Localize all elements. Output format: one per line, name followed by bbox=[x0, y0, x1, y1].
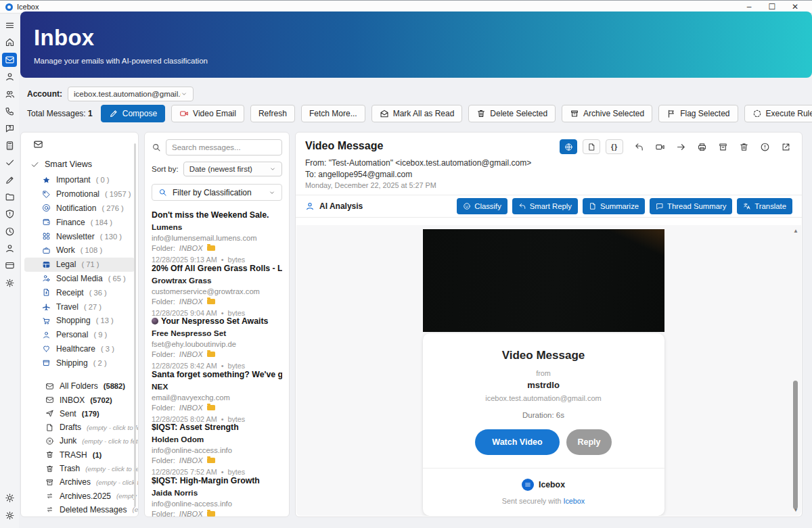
rail-item-calculator[interactable] bbox=[2, 139, 17, 153]
compose-button[interactable]: Compose bbox=[101, 105, 165, 122]
smart-view-newsletter[interactable]: Newsletter( 130 ) bbox=[24, 229, 135, 243]
translate-button[interactable]: Translate bbox=[737, 198, 792, 214]
rail-item-settings[interactable] bbox=[2, 276, 17, 290]
rail-item-compose[interactable] bbox=[2, 173, 17, 187]
rail-item-files[interactable] bbox=[2, 190, 17, 204]
video-icon bbox=[179, 109, 189, 118]
folder-sent[interactable]: Sent(179) bbox=[21, 407, 138, 421]
smart-view-shopping[interactable]: Shopping( 13 ) bbox=[24, 314, 135, 328]
rail-item-groups[interactable] bbox=[2, 87, 17, 101]
phone-icon bbox=[5, 106, 15, 116]
account-select[interactable]: icebox.test.automation@gmail.com bbox=[68, 87, 194, 101]
video-thumbnail[interactable] bbox=[423, 229, 664, 332]
smart-view-travel[interactable]: Travel( 27 ) bbox=[24, 299, 135, 314]
folder-junk[interactable]: Junk(empty - click to fetch) bbox=[21, 434, 138, 448]
rail-item-inbox[interactable] bbox=[2, 53, 17, 67]
folder-icon bbox=[207, 352, 215, 357]
rail-item-contacts[interactable] bbox=[2, 70, 17, 84]
search-input[interactable] bbox=[166, 139, 282, 155]
rail-item-payments[interactable] bbox=[2, 258, 17, 272]
smart-view-personal[interactable]: Personal( 9 ) bbox=[24, 328, 135, 342]
content-scrollbar[interactable]: ▲ ▼ bbox=[792, 226, 800, 514]
rail-item-tasks[interactable] bbox=[2, 155, 17, 170]
reply-icon[interactable] bbox=[634, 142, 644, 152]
rail-item-security[interactable] bbox=[2, 207, 17, 221]
toggle-view-html[interactable] bbox=[560, 139, 577, 154]
smart-views-header[interactable]: Smart Views bbox=[30, 160, 138, 169]
folder-archives-2025[interactable]: Archives.2025(empty - click to fetch) bbox=[21, 489, 138, 503]
email-list-item[interactable]: Santa forget something? We've got yoNEXe… bbox=[152, 370, 282, 423]
classify-button[interactable]: Classify bbox=[457, 198, 508, 214]
smart-view-shipping[interactable]: Shipping( 2 ) bbox=[24, 356, 135, 370]
email-list-item[interactable]: Don't miss the Weekend Sale.Lumensinfo@l… bbox=[152, 210, 282, 264]
smart-view-important[interactable]: Important( 0 ) bbox=[24, 173, 135, 187]
ai-analysis-bar: AI Analysis ClassifySmart ReplySummarize… bbox=[296, 195, 802, 218]
report-icon[interactable] bbox=[760, 142, 770, 152]
rail-item-theme-toggle[interactable] bbox=[2, 491, 17, 505]
account-select-value: icebox.test.automation@gmail.com bbox=[74, 90, 181, 98]
email-list-item[interactable]: Your Nespresso Set AwaitsFree Nespresso … bbox=[152, 316, 282, 370]
rail-item-profile[interactable] bbox=[2, 241, 17, 256]
rail-item-home[interactable] bbox=[2, 35, 17, 49]
mark-all-read-button[interactable]: Mark All as Read bbox=[371, 105, 463, 122]
email-list-item[interactable]: $IQST: High-Margin GrowthJaida Norrisinf… bbox=[152, 476, 282, 517]
rail-item-calls[interactable] bbox=[2, 104, 17, 118]
folder-inbox[interactable]: INBOX(5702) bbox=[21, 393, 138, 406]
smart-reply-button[interactable]: Smart Reply bbox=[512, 198, 578, 214]
icebox-link[interactable]: Icebox bbox=[563, 497, 585, 505]
smart-view-work[interactable]: Work( 108 ) bbox=[24, 243, 135, 258]
forward-icon[interactable] bbox=[676, 142, 686, 152]
scroll-down-icon[interactable]: ▼ bbox=[792, 507, 800, 513]
pencil-icon bbox=[109, 109, 118, 118]
doc-icon bbox=[45, 423, 54, 432]
scrollbar-thumb[interactable] bbox=[793, 381, 798, 509]
toggle-view-plain[interactable] bbox=[583, 139, 600, 154]
refresh-button[interactable]: Refresh bbox=[250, 105, 295, 122]
sort-select[interactable]: Date (newest first) bbox=[183, 162, 282, 176]
delete-selected-button[interactable]: Delete Selected bbox=[468, 105, 556, 122]
smart-view-promotional[interactable]: Promotional( 1957 ) bbox=[24, 187, 135, 201]
menu-icon bbox=[5, 20, 15, 30]
folder-trash-upper[interactable]: TRASH(1) bbox=[21, 448, 138, 462]
execute-rules-button[interactable]: Execute Rules bbox=[744, 105, 812, 122]
smart-view-legal[interactable]: Legal( 71 ) bbox=[24, 258, 135, 272]
rail-item-settings-bottom[interactable] bbox=[2, 508, 17, 523]
archive-icon[interactable] bbox=[718, 142, 728, 152]
scroll-up-icon[interactable]: ▲ bbox=[792, 228, 800, 234]
print-icon[interactable] bbox=[697, 142, 707, 152]
smart-view-healthcare[interactable]: Healthcare( 3 ) bbox=[24, 342, 135, 356]
fetch-more-button[interactable]: Fetch More... bbox=[301, 105, 365, 122]
gear-icon bbox=[5, 278, 15, 288]
rail-item-menu[interactable] bbox=[2, 18, 17, 32]
thread-summary-button[interactable]: Thread Summary bbox=[650, 198, 732, 214]
rail-item-history[interactable] bbox=[2, 224, 17, 239]
sync-icon bbox=[45, 505, 54, 514]
folder-all-folders[interactable]: All Folders(5882) bbox=[21, 379, 138, 393]
folder-deleted-messages[interactable]: Deleted Messages(empty - click to fetch) bbox=[21, 503, 138, 517]
rail-item-chat-help[interactable] bbox=[2, 121, 17, 135]
smart-view-social-media[interactable]: Social Media( 65 ) bbox=[24, 272, 135, 286]
email-list-item[interactable]: 20% Off All Green Grass Rolls - LimitedG… bbox=[152, 264, 282, 317]
smart-view-finance[interactable]: Finance( 184 ) bbox=[24, 215, 135, 229]
message-action-icons bbox=[634, 142, 791, 152]
smart-view-notification[interactable]: Notification( 276 ) bbox=[24, 201, 135, 216]
folder-trash[interactable]: Trash(empty - click to fetch) bbox=[21, 462, 138, 475]
flag-selected-button[interactable]: Flag Selected bbox=[658, 105, 738, 122]
reply-button[interactable]: Reply bbox=[566, 429, 612, 455]
summarize-button[interactable]: Summarize bbox=[583, 198, 645, 214]
watch-video-button[interactable]: Watch Video bbox=[475, 429, 560, 455]
chevron-down-icon bbox=[269, 189, 275, 196]
folder-archives[interactable]: Archives(empty - click to fetch) bbox=[21, 475, 138, 489]
folder-drafts[interactable]: Drafts(empty - click to fetch) bbox=[21, 421, 138, 434]
smart-view-receipt[interactable]: Receipt( 36 ) bbox=[24, 285, 135, 299]
open-external-icon[interactable] bbox=[781, 142, 791, 152]
video-email-button[interactable]: Video Email bbox=[171, 105, 244, 122]
delete-icon[interactable] bbox=[739, 142, 749, 152]
archive-selected-button[interactable]: Archive Selected bbox=[562, 105, 652, 122]
filter-by-classification[interactable]: Filter by Classification bbox=[152, 184, 282, 201]
toggle-view-source[interactable]: {} bbox=[606, 139, 623, 154]
video-reply-icon[interactable] bbox=[655, 142, 665, 152]
trash-icon bbox=[476, 109, 486, 118]
email-list-item[interactable]: $IQST: Asset StrengthHolden Odominfo@onl… bbox=[152, 423, 282, 476]
sidebar-scrollbar[interactable] bbox=[134, 143, 136, 507]
